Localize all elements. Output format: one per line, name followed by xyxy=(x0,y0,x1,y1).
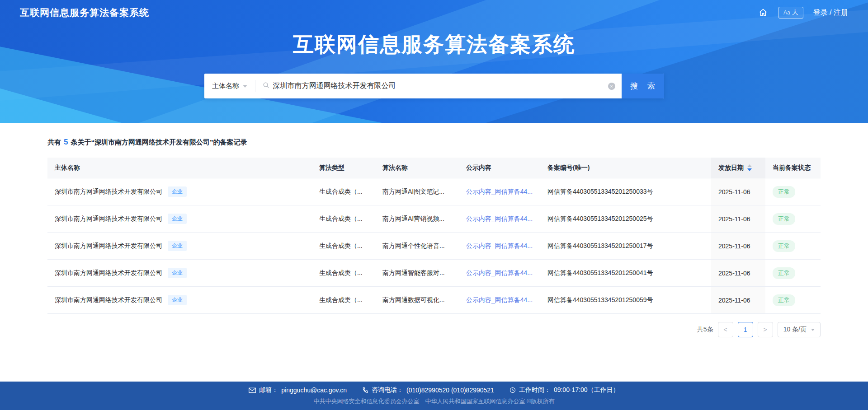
table-header-row: 主体名称 算法类型 算法名称 公示内容 备案编号(唯一) 发放日期 当前备案状态 xyxy=(47,158,821,178)
status-badge: 正常 xyxy=(773,267,795,279)
footer-phone-values: (010)82990520 (010)82990521 xyxy=(406,387,494,394)
footer-hours-value: 09:00-17:00（工作日） xyxy=(554,386,619,394)
hero-banner: 互联网信息服务算法备案系统 Aa大 登录 / 注册 互联网信息服务算法备案系统 … xyxy=(0,0,868,123)
cell-algo-name: 南方网通个性化语音... xyxy=(375,233,459,259)
cell-public-content: 公示内容_网信算备44... xyxy=(459,233,540,259)
cell-record-no: 网信算备440305513345201250059号 xyxy=(540,287,711,313)
cell-record-no: 网信算备440305513345201250017号 xyxy=(540,233,711,259)
search-input[interactable] xyxy=(273,82,604,90)
results-section: 共有5条关于“深圳市南方网通网络技术开发有限公司”的备案记录 主体名称 算法类型… xyxy=(0,123,868,382)
search-bar: 主体名称 × 搜 索 xyxy=(204,74,664,98)
cell-algo-name: 南方网通智能客服对... xyxy=(375,260,459,286)
chevron-down-icon xyxy=(811,329,815,331)
cell-entity: 深圳市南方网通网络技术开发有限公司 企业 xyxy=(47,287,312,313)
table-row: 深圳市南方网通网络技术开发有限公司 企业 生成合成类（... 南方网通智能客服对… xyxy=(47,260,821,287)
topbar-actions: Aa大 登录 / 注册 xyxy=(759,7,848,19)
cell-algo-type: 生成合成类（... xyxy=(312,233,375,259)
cell-public-content: 公示内容_网信算备44... xyxy=(459,260,540,286)
cell-entity: 深圳市南方网通网络技术开发有限公司 企业 xyxy=(47,205,312,232)
entity-type-badge: 企业 xyxy=(168,268,187,278)
cell-public-content: 公示内容_网信算备44... xyxy=(459,178,540,205)
public-content-link[interactable]: 公示内容_网信算备44... xyxy=(466,242,533,250)
cell-entity: 深圳市南方网通网络技术开发有限公司 企业 xyxy=(47,233,312,259)
summary-prefix: 共有 xyxy=(47,138,61,146)
search-input-wrap: × xyxy=(255,74,622,98)
sort-caret-icon[interactable] xyxy=(747,164,752,171)
table-row: 深圳市南方网通网络技术开发有限公司 企业 生成合成类（... 南方网通AI图文笔… xyxy=(47,178,821,205)
page-title: 互联网信息服务算法备案系统 xyxy=(0,31,868,59)
col-header-issue-date-label: 发放日期 xyxy=(718,164,744,172)
site-logo-title[interactable]: 互联网信息服务算法备案系统 xyxy=(20,6,149,19)
cell-algo-name: 南方网通AI营销视频... xyxy=(375,205,459,232)
entity-type-badge: 企业 xyxy=(168,295,187,305)
search-icon xyxy=(263,82,269,90)
page-size-value: 10 条/页 xyxy=(783,326,807,334)
entity-type-badge: 企业 xyxy=(168,214,187,224)
records-table: 主体名称 算法类型 算法名称 公示内容 备案编号(唯一) 发放日期 当前备案状态… xyxy=(47,158,821,314)
cell-public-content: 公示内容_网信算备44... xyxy=(459,205,540,232)
col-header-algo-name: 算法名称 xyxy=(375,158,459,178)
footer-email: 邮箱： pingguchu@cac.gov.cn xyxy=(249,386,347,394)
footer-email-value: pingguchu@cac.gov.cn xyxy=(281,387,347,394)
footer-phone-label: 咨询电话： xyxy=(372,386,403,394)
summary-suffix: 条关于“深圳市南方网通网络技术开发有限公司”的备案记录 xyxy=(71,138,247,146)
cell-algo-type: 生成合成类（... xyxy=(312,287,375,313)
cell-status: 正常 xyxy=(765,178,821,205)
status-badge: 正常 xyxy=(773,213,795,225)
entity-name: 深圳市南方网通网络技术开发有限公司 xyxy=(55,215,162,223)
search-button[interactable]: 搜 索 xyxy=(622,74,664,98)
entity-name: 深圳市南方网通网络技术开发有限公司 xyxy=(55,188,162,196)
cell-issue-date: 2025-11-06 xyxy=(711,178,765,205)
table-row: 深圳市南方网通网络技术开发有限公司 企业 生成合成类（... 南方网通个性化语音… xyxy=(47,233,821,260)
footer-contact-line: 邮箱： pingguchu@cac.gov.cn 咨询电话： (010)8299… xyxy=(249,386,619,394)
table-row: 深圳市南方网通网络技术开发有限公司 企业 生成合成类（... 南方网通AI营销视… xyxy=(47,205,821,233)
chevron-down-icon xyxy=(243,85,247,88)
col-header-public-content: 公示内容 xyxy=(459,158,540,178)
cell-record-no: 网信算备440305513345201250041号 xyxy=(540,260,711,286)
font-size-big-label: 大 xyxy=(792,9,798,16)
results-count: 5 xyxy=(64,138,68,146)
footer-hours: 工作时间： 09:00-17:00（工作日） xyxy=(509,386,619,394)
results-summary: 共有5条关于“深圳市南方网通网络技术开发有限公司”的备案记录 xyxy=(47,138,821,147)
status-badge: 正常 xyxy=(773,186,795,198)
cell-status: 正常 xyxy=(765,260,821,286)
page-size-select[interactable]: 10 条/页 xyxy=(778,322,821,337)
cell-issue-date: 2025-11-06 xyxy=(711,287,765,313)
footer: 邮箱： pingguchu@cac.gov.cn 咨询电话： (010)8299… xyxy=(0,382,868,410)
col-header-algo-type: 算法类型 xyxy=(312,158,375,178)
public-content-link[interactable]: 公示内容_网信算备44... xyxy=(466,215,533,223)
col-header-issue-date-sortable[interactable]: 发放日期 xyxy=(711,158,765,178)
login-register-link[interactable]: 登录 / 注册 xyxy=(813,8,848,18)
cell-status: 正常 xyxy=(765,287,821,313)
cell-algo-type: 生成合成类（... xyxy=(312,205,375,232)
home-icon[interactable] xyxy=(759,8,769,18)
clear-input-icon[interactable]: × xyxy=(608,83,615,90)
public-content-link[interactable]: 公示内容_网信算备44... xyxy=(466,269,533,277)
font-size-toggle[interactable]: Aa大 xyxy=(778,7,803,19)
public-content-link[interactable]: 公示内容_网信算备44... xyxy=(466,188,533,196)
pagination-page-1[interactable]: 1 xyxy=(738,322,753,337)
cell-issue-date: 2025-11-06 xyxy=(711,233,765,259)
col-header-record-no: 备案编号(唯一) xyxy=(540,158,711,178)
clock-icon xyxy=(509,387,516,393)
search-field-dropdown[interactable]: 主体名称 xyxy=(204,74,255,98)
phone-icon xyxy=(362,387,368,393)
footer-copyright: 中共中央网络安全和信息化委员会办公室 中华人民共和国国家互联网信息办公室 ©版权… xyxy=(313,397,554,405)
pagination: 共5条 < 1 > 10 条/页 xyxy=(47,322,821,337)
pagination-next-button[interactable]: > xyxy=(758,322,773,337)
cell-entity: 深圳市南方网通网络技术开发有限公司 企业 xyxy=(47,260,312,286)
public-content-link[interactable]: 公示内容_网信算备44... xyxy=(466,296,533,304)
cell-public-content: 公示内容_网信算备44... xyxy=(459,287,540,313)
entity-type-badge: 企业 xyxy=(168,241,187,251)
page: 互联网信息服务算法备案系统 Aa大 登录 / 注册 互联网信息服务算法备案系统 … xyxy=(0,0,868,410)
cell-status: 正常 xyxy=(765,205,821,232)
cell-entity: 深圳市南方网通网络技术开发有限公司 企业 xyxy=(47,178,312,205)
cell-record-no: 网信算备440305513345201250025号 xyxy=(540,205,711,232)
col-header-status: 当前备案状态 xyxy=(765,158,821,178)
cell-algo-name: 南方网通AI图文笔记... xyxy=(375,178,459,205)
pagination-prev-button[interactable]: < xyxy=(718,322,733,337)
cell-algo-type: 生成合成类（... xyxy=(312,178,375,205)
entity-name: 深圳市南方网通网络技术开发有限公司 xyxy=(55,269,162,277)
entity-name: 深圳市南方网通网络技术开发有限公司 xyxy=(55,296,162,304)
table-body: 深圳市南方网通网络技术开发有限公司 企业 生成合成类（... 南方网通AI图文笔… xyxy=(47,178,821,314)
